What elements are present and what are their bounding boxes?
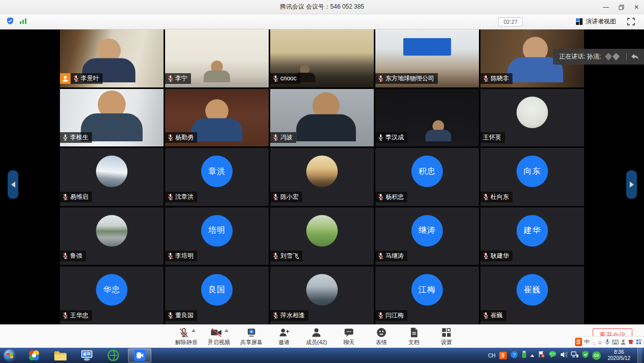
previous-page-arrow[interactable] (8, 170, 18, 199)
avatar-initials: 章洪 (201, 156, 233, 187)
taskbar-app-browser[interactable] (102, 348, 125, 362)
toolbar-settings-button[interactable]: 设置 (435, 327, 458, 346)
participant-tile[interactable]: 李宁 (165, 29, 269, 87)
security-shield-icon[interactable] (6, 17, 14, 27)
clock-date: 2020/5/12 (608, 355, 631, 362)
participant-name: cnooc (280, 75, 297, 82)
participant-tile[interactable]: 崔巍 崔巍 (480, 266, 584, 324)
minimize-button[interactable]: — (598, 0, 614, 14)
reply-arrow-icon[interactable] (631, 53, 639, 60)
participant-tile[interactable]: 培明 李培明 (165, 207, 269, 265)
avatar-photo (306, 215, 338, 247)
participant-tile[interactable]: 华忠 王华忠 (60, 266, 164, 324)
participant-tile[interactable]: cnooc (270, 29, 374, 87)
participant-tile[interactable]: 陈小宏 (270, 148, 374, 206)
language-indicator[interactable]: CH (488, 353, 495, 358)
sogou-logo-icon[interactable]: S (575, 338, 582, 346)
name-badge: 沈章洪 (165, 192, 197, 202)
participant-tile[interactable]: 冯波 (270, 89, 374, 147)
health-score-badge[interactable]: 69 (592, 351, 601, 360)
punctuation-toggle[interactable]: ·, (592, 339, 595, 345)
pinwheel-app-icon (28, 349, 40, 361)
restore-button[interactable] (614, 0, 629, 14)
mic-muted-icon (483, 252, 489, 260)
account-icon[interactable] (621, 339, 626, 345)
participant-name: 冯波 (280, 133, 293, 142)
toolbar-emoji-button[interactable]: 表情 (370, 327, 393, 346)
toolbar-item-label: 成员(42) (306, 339, 327, 346)
taskbar-app-pinwheel[interactable] (22, 348, 46, 362)
participant-tile[interactable]: 建华 耿建华 (480, 207, 584, 265)
taskbar-clock[interactable]: 8:36 2020/5/12 (604, 349, 634, 362)
taskbar-app-control-panel[interactable] (75, 348, 99, 362)
close-button[interactable]: ✕ (629, 0, 644, 14)
toolbar-mic-button[interactable]: 解除静音 (175, 327, 198, 346)
name-badge: 易维启 (60, 192, 92, 202)
speaker-view-toggle[interactable]: 演讲者视图 (575, 17, 616, 26)
participant-tile[interactable]: 季汉成 (375, 89, 479, 147)
show-desktop-button[interactable] (637, 348, 642, 363)
toolbar-invite-button[interactable]: 邀请 (273, 327, 295, 346)
next-page-arrow[interactable] (626, 170, 637, 199)
windows-logo-icon (7, 352, 13, 358)
tray-usb-icon[interactable] (522, 351, 527, 360)
skin-icon[interactable] (628, 339, 634, 345)
name-badge: 季汉成 (375, 132, 407, 143)
taskbar-app-tencent-meeting[interactable] (128, 348, 151, 362)
mic-muted-icon (483, 193, 489, 201)
participant-name: 李根生 (70, 133, 88, 142)
participant-tile[interactable]: 王怀英 (480, 89, 584, 147)
name-badge: 李宁 (165, 73, 191, 84)
participant-tile[interactable]: 积忠 杨积忠 (375, 148, 479, 206)
toolbar-docs-button[interactable]: 文档 (403, 327, 425, 346)
participant-tile[interactable]: 刘雪飞 (270, 207, 374, 265)
sogou-menu-icon[interactable] (636, 339, 641, 345)
toolbar-camera-button[interactable]: 开启视频 (208, 327, 230, 346)
name-badge: 杜向东 (480, 192, 512, 202)
tray-globe-icon[interactable]: ? (510, 351, 518, 360)
participant-tile[interactable]: 李景叶 (60, 29, 164, 87)
volume-icon[interactable] (560, 351, 567, 360)
action-center-flag-icon[interactable] (538, 351, 545, 360)
toolbar-share-button[interactable]: 共享屏幕 (240, 327, 263, 346)
toolbar-members-button[interactable]: 成员(42) (305, 327, 328, 346)
tray-sogou-icon[interactable]: S (499, 352, 507, 359)
participant-tile[interactable]: 杨勤勇 (165, 89, 269, 147)
participant-grid: 李景叶 李宁 cnooc 东方地球物理公司 陈晓非 (60, 29, 584, 324)
control-panel-icon (80, 350, 93, 361)
voice-input-icon[interactable] (605, 339, 610, 345)
participant-tile[interactable]: 章洪 沈章洪 (165, 148, 269, 206)
name-badge: cnooc (270, 73, 300, 84)
network-signal-icon[interactable] (19, 17, 27, 26)
participant-tile[interactable]: 易维启 (60, 148, 164, 206)
mic-muted-icon (168, 134, 173, 141)
name-badge: 王华忠 (60, 310, 92, 321)
caret-up-icon[interactable] (224, 329, 229, 332)
toolbar-item-label: 设置 (441, 339, 452, 346)
wechat-tray-icon[interactable] (549, 351, 557, 360)
participant-tile[interactable]: 良国 董良国 (165, 266, 269, 324)
tray-expand-icon[interactable] (530, 354, 534, 357)
participant-tile[interactable]: 向东 杜向东 (480, 148, 584, 206)
fullscreen-button[interactable] (627, 18, 635, 25)
host-badge-icon (60, 73, 71, 84)
participant-name: 王华忠 (70, 311, 88, 320)
input-lang-toggle[interactable]: 中 (584, 338, 590, 346)
soft-keyboard-icon[interactable] (612, 340, 619, 345)
name-badge: 萍水相逢 (270, 310, 308, 321)
participant-tile[interactable]: 东方地球物理公司 (375, 29, 479, 87)
toolbar-chat-button[interactable]: 聊天 (338, 327, 360, 346)
taskbar-app-explorer[interactable] (49, 348, 72, 362)
participant-tile[interactable]: 江梅 闫江梅 (375, 266, 479, 324)
participant-tile[interactable]: 萍水相逢 (270, 266, 374, 324)
participant-name: 易维启 (70, 193, 88, 201)
participant-tile[interactable]: 李根生 (60, 89, 164, 147)
name-badge: 李培明 (165, 251, 197, 261)
security-tray-icon[interactable] (582, 351, 589, 360)
network-tray-icon[interactable] (571, 351, 578, 360)
participant-tile[interactable]: 鲁强 (60, 207, 164, 265)
caret-up-icon[interactable] (191, 329, 196, 332)
participant-tile[interactable]: 继涛 马继涛 (375, 207, 479, 265)
start-button[interactable] (1, 348, 18, 362)
emoji-picker-icon[interactable]: ☺ (597, 339, 603, 345)
